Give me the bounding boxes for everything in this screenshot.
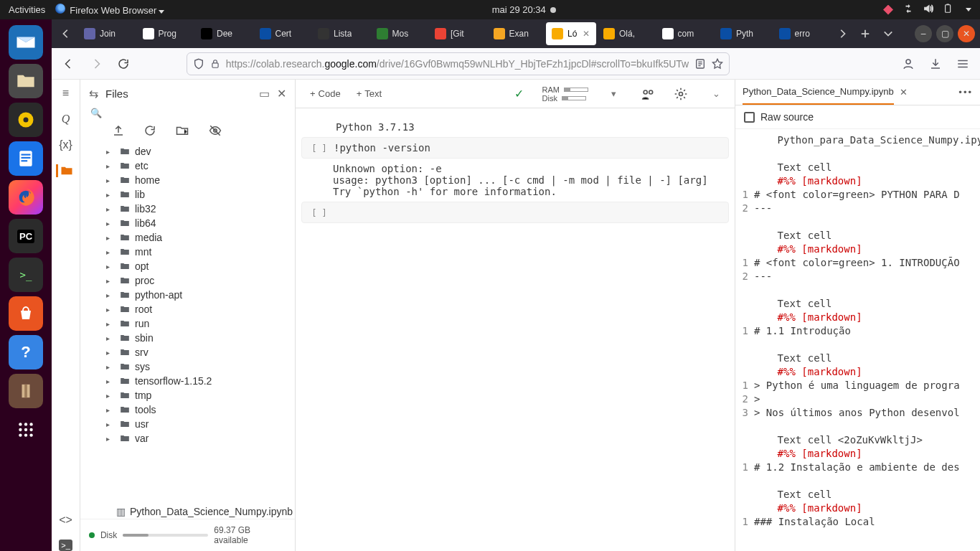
bookmark-star-icon[interactable] [712,58,723,70]
browser-tab[interactable]: Dee [195,22,253,45]
browser-tab[interactable]: Cert [254,22,311,45]
tab-close-icon[interactable]: ✕ [583,29,590,39]
browser-tab[interactable]: Olá, [598,22,655,45]
folder-item[interactable]: ▸lib64 [103,216,292,230]
window-minimize[interactable]: – [915,25,932,42]
dock-app-pycharm[interactable]: PC [9,219,43,253]
toggle-hidden-icon[interactable] [208,124,222,137]
add-code-button[interactable]: + Code [310,88,341,99]
folder-item[interactable]: ▸sys [103,359,292,374]
folder-item[interactable]: ▸sbin [103,331,292,345]
folder-item[interactable]: ▸opt [103,259,292,273]
folder-item[interactable]: ▸srv [103,345,292,359]
file-item[interactable]: ▥ Python_Data_Science_Numpy.ipynb [113,504,295,519]
app-menu-button[interactable] [953,54,973,74]
new-tab-button[interactable] [854,22,877,45]
settings-button[interactable] [672,85,689,103]
folder-item[interactable]: ▸etc [103,159,292,173]
app-menu[interactable]: Firefox Web Browser [55,4,164,16]
folder-item[interactable]: ▸media [103,230,292,245]
folder-item[interactable]: ▸var [103,431,292,446]
folder-item[interactable]: ▸tmp [103,388,292,402]
file-tree[interactable]: ▸dev▸etc▸home▸lib▸lib32▸lib64▸media▸mnt▸… [80,143,295,504]
dock-app-rhythmbox[interactable] [9,103,43,137]
close-raw-tab[interactable]: ✕ [900,87,908,98]
filter-icon[interactable]: ⇆ [89,87,98,100]
tray-indicator-icon[interactable] [883,5,893,15]
folder-item[interactable]: ▸lib32 [103,202,292,216]
cell-gutter[interactable]: [ ] [305,207,334,218]
code-cell[interactable]: [ ] [301,202,729,223]
runtime-menu-chevron-icon[interactable]: ▾ [611,88,616,99]
refresh-icon[interactable] [143,124,156,137]
nav-back-button[interactable] [59,54,79,74]
dock-app-libreoffice-writer[interactable] [9,141,43,176]
all-tabs-button[interactable] [877,22,900,45]
browser-tab[interactable]: com [656,22,714,45]
dock-app-firefox[interactable] [9,180,43,215]
folder-item[interactable]: ▸root [103,302,292,316]
battery-icon[interactable] [943,4,953,16]
folder-item[interactable]: ▸lib [103,187,292,202]
window-close[interactable]: ✕ [958,25,975,42]
code-input[interactable]: !python -version [334,142,725,154]
account-button[interactable] [898,54,918,74]
network-icon[interactable] [903,4,913,16]
raw-source-checkbox[interactable] [744,112,755,123]
tab-scroll-right[interactable] [831,22,854,45]
code-snippets-icon[interactable]: <> [59,514,72,527]
folder-item[interactable]: ▸proc [103,273,292,288]
files-rail-icon[interactable] [56,164,73,177]
panel-detach-icon[interactable]: ▭ [259,87,270,100]
toc-icon[interactable]: ≡ [62,87,69,100]
dock-app-thunderbird[interactable] [9,25,43,60]
browser-tab[interactable]: Lista [312,22,369,45]
panel-close-icon[interactable]: ✕ [277,87,286,100]
search-icon[interactable]: 🔍 [90,108,102,118]
folder-item[interactable]: ▸home [103,173,292,187]
nav-reload-button[interactable] [113,54,133,74]
browser-tab[interactable]: Ló✕ [546,22,596,45]
browser-tab[interactable]: Join [78,22,136,45]
system-menu-chevron-icon[interactable] [966,8,971,11]
add-text-button[interactable]: + Text [357,88,382,99]
volume-icon[interactable] [923,4,933,16]
dock-app-help[interactable]: ? [9,335,43,369]
browser-tab[interactable]: Prog [137,22,194,45]
terminal-rail-icon[interactable]: >_ [59,540,72,551]
find-replace-icon[interactable]: Q [62,113,70,126]
activities-button[interactable]: Activities [9,4,45,15]
code-cell[interactable]: [ ] !python -version Unknown option: -e … [301,137,729,197]
share-button[interactable] [639,85,656,103]
folder-item[interactable]: ▸dev [103,144,292,159]
browser-tab[interactable]: Pyth [715,22,772,45]
folder-item[interactable]: ▸usr [103,417,292,431]
browser-tab[interactable]: Mos [371,22,428,45]
folder-item[interactable]: ▸python-apt [103,288,292,302]
window-maximize[interactable]: ▢ [936,25,953,42]
cell-gutter[interactable]: [ ] [305,142,334,154]
code-input[interactable] [334,207,725,218]
url-input[interactable]: https://colab.research.google.com/drive/… [187,52,730,75]
dock-app-archive[interactable] [9,374,43,408]
raw-source-view[interactable]: Python_para_Data_Science_Numpy.ipyn Text… [735,129,980,551]
folder-item[interactable]: ▸run [103,316,292,331]
clock[interactable]: mai 29 20:34 [492,4,546,15]
browser-tab[interactable]: erro [773,22,831,45]
dock-app-software[interactable] [9,296,43,331]
folder-item[interactable]: ▸mnt [103,245,292,259]
mount-drive-icon[interactable] [175,124,189,137]
upload-icon[interactable] [112,124,125,137]
raw-panel-menu-icon[interactable]: ••• [958,87,973,98]
browser-tab[interactable]: Exan [488,22,545,45]
variables-icon[interactable]: {x} [59,138,72,151]
folder-item[interactable]: ▸tensorflow-1.15.2 [103,374,292,388]
raw-tab-title[interactable]: Python_Data_Science_Numpy.ipynb [743,80,894,105]
dock-app-files[interactable] [9,64,43,98]
reader-mode-icon[interactable] [694,58,706,70]
dock-app-terminal[interactable]: >_ [9,258,43,292]
toolbar-expand-chevron-icon[interactable]: ⌄ [712,88,720,99]
dock-show-apps[interactable] [9,413,43,447]
resource-meter[interactable]: RAM Disk [542,85,588,103]
browser-tab[interactable]: [Git [429,22,486,45]
